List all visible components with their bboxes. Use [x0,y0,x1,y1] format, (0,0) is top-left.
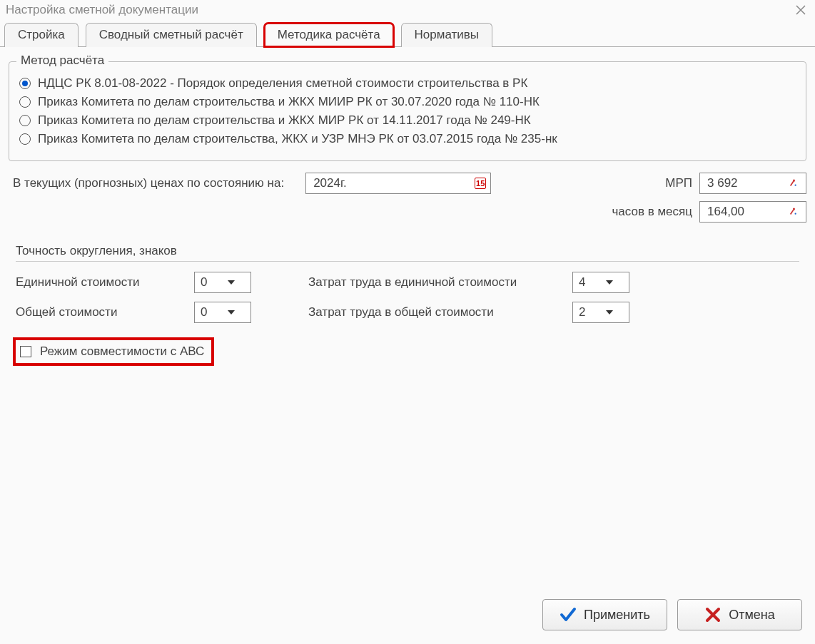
unit-cost-value: 0 [201,275,222,290]
method-option-3[interactable]: Приказ Комитета по делам строительства, … [19,132,796,146]
calendar-icon: 15 [475,178,486,189]
hours-field[interactable]: 164,00 [699,201,806,223]
method-legend: Метод расчёта [16,53,108,68]
chevron-down-icon [606,280,613,285]
mrp-field[interactable]: 3 692 [699,173,806,194]
reset-dropdown-icon [789,207,801,217]
abc-compat-checkbox[interactable]: Режим совместимости с АВС [16,340,211,363]
button-bar: Применить Отмена [542,599,802,630]
total-cost-select[interactable]: 0 [194,302,251,323]
hours-value: 164,00 [707,205,744,219]
price-date-label: В текущих (прогнозных) ценах по состояни… [13,176,284,190]
method-option-0[interactable]: НДЦС РК 8.01-08-2022 - Порядок определен… [19,76,796,91]
tab-methodology[interactable]: Методика расчёта [264,23,394,47]
mrp-value: 3 692 [707,176,738,190]
abc-compat-label: Режим совместимости с АВС [40,344,204,359]
checkbox-icon [20,346,31,357]
tab-construction[interactable]: Стройка [4,23,79,47]
window-title: Настройка сметной документации [6,3,198,17]
tab-summary-calc[interactable]: Сводный сметный расчёт [86,23,257,47]
method-option-label: Приказ Комитета по делам строительства, … [38,132,557,146]
mrp-label: МРП [665,176,692,190]
svg-point-0 [794,184,796,185]
method-option-1[interactable]: Приказ Комитета по делам строительства и… [19,95,796,109]
reset-dropdown-icon [789,178,801,188]
rounding-grid: Единичной стоимости 0 Затрат труда в еди… [16,272,806,323]
labor-unit-label: Затрат труда в единичной стоимости [308,275,572,290]
titlebar: Настройка сметной документации [0,0,815,20]
rounding-title: Точность округления, знаков [16,244,806,258]
check-icon [560,606,577,623]
divider [16,261,799,262]
radio-icon [19,133,31,145]
radio-icon [19,78,31,89]
total-cost-value: 0 [201,305,222,320]
tab-label: Нормативы [415,28,480,41]
tabs: Стройка Сводный сметный расчёт Методика … [0,23,815,47]
cross-icon [704,606,722,623]
apply-button[interactable]: Применить [542,599,667,630]
close-icon[interactable] [794,3,808,17]
labor-total-value: 2 [579,305,600,320]
method-option-label: Приказ Комитета по делам строительства и… [38,95,540,109]
tab-label: Стройка [18,28,65,41]
price-date-field[interactable]: 2024г. 15 [305,173,491,194]
method-option-label: Приказ Комитета по делам строительства и… [38,113,531,128]
chevron-down-icon [606,310,613,315]
price-date-value: 2024г. [313,176,347,190]
method-option-label: НДЦС РК 8.01-08-2022 - Порядок определен… [38,76,527,91]
method-option-2[interactable]: Приказ Комитета по делам строительства и… [19,113,796,128]
settings-window: Настройка сметной документации Стройка С… [0,0,815,644]
labor-unit-value: 4 [579,275,600,290]
tab-norms[interactable]: Нормативы [401,23,493,47]
tab-label: Сводный сметный расчёт [99,28,243,41]
apply-label: Применить [584,608,650,623]
total-cost-label: Общей стоимости [16,305,194,320]
unit-cost-select[interactable]: 0 [194,272,251,293]
tab-panel-methodology: Метод расчёта НДЦС РК 8.01-08-2022 - Пор… [0,46,815,640]
method-fieldset: Метод расчёта НДЦС РК 8.01-08-2022 - Пор… [9,61,806,161]
chevron-down-icon [228,310,235,315]
labor-total-label: Затрат труда в общей стоимости [308,305,572,320]
cancel-label: Отмена [729,608,775,623]
svg-point-1 [794,213,796,214]
labor-total-select[interactable]: 2 [572,302,629,323]
labor-unit-select[interactable]: 4 [572,272,629,293]
radio-icon [19,115,31,126]
hours-label: часов в месяц [612,205,692,219]
unit-cost-label: Единичной стоимости [16,275,194,290]
cancel-button[interactable]: Отмена [677,599,802,630]
radio-icon [19,96,31,108]
chevron-down-icon [228,280,235,285]
tab-label: Методика расчёта [278,28,380,41]
